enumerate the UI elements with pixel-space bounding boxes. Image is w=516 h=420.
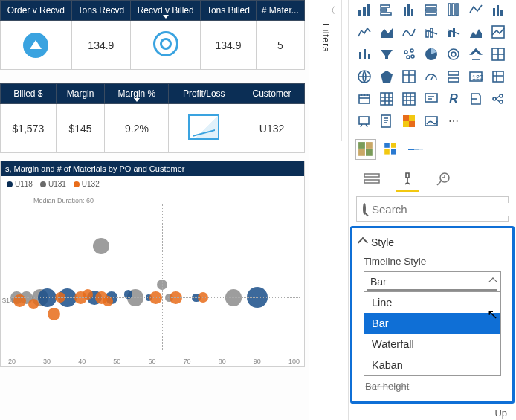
viz-powerapps-icon[interactable] <box>355 112 374 131</box>
data-point[interactable] <box>13 294 26 307</box>
timeline-style-dropdown[interactable]: Bar <box>364 271 501 292</box>
viz-decomposition-icon[interactable] <box>399 89 419 109</box>
dropdown-option-kaban[interactable]: Kaban <box>364 355 500 375</box>
viz-waterfall-icon[interactable] <box>444 22 463 42</box>
median-label: Median Duration: 60 <box>33 197 94 204</box>
table-row[interactable]: 134.9 134.9 5 <box>1 21 305 70</box>
viz-card-icon[interactable] <box>422 45 441 64</box>
viz-scatter-icon[interactable] <box>466 22 486 42</box>
dropdown-option-waterfall[interactable]: Waterfall <box>364 334 500 355</box>
svg-rect-44 <box>425 94 437 102</box>
viz-arcgis-icon[interactable] <box>488 89 508 109</box>
viz-treemap-icon[interactable] <box>488 45 508 64</box>
col-tons-billed[interactable]: Tons Billed <box>201 1 256 21</box>
viz-smart-narrative-icon[interactable] <box>377 112 396 131</box>
col-profit-loss[interactable]: Profit/Loss <box>169 84 239 104</box>
svg-rect-9 <box>425 5 436 7</box>
svg-point-45 <box>493 97 496 100</box>
viz-line-chart-icon[interactable] <box>488 0 508 19</box>
dropdown-option-bar[interactable]: Bar <box>364 313 500 334</box>
viz-python-icon[interactable] <box>355 89 374 109</box>
data-point[interactable] <box>28 299 39 309</box>
viz-qna-icon[interactable] <box>422 89 441 109</box>
data-point[interactable] <box>93 238 109 254</box>
viz-stacked-bar-icon[interactable] <box>355 0 374 19</box>
svg-point-31 <box>448 49 459 59</box>
viz-100-stacked-column-icon[interactable] <box>444 0 463 19</box>
svg-rect-51 <box>409 115 415 121</box>
format-search[interactable] <box>356 196 509 222</box>
up-link[interactable]: Up <box>494 407 507 419</box>
svg-rect-18 <box>426 31 428 37</box>
viz-stacked-column-icon[interactable] <box>399 0 419 19</box>
style-section-header[interactable]: Style <box>359 236 507 248</box>
kpi-table-2[interactable]: Billed $ Margin Margin % Profit/Loss Cus… <box>0 83 305 153</box>
svg-rect-14 <box>456 4 458 16</box>
legend-item[interactable]: U118 <box>7 180 33 188</box>
cell-tons-recvd: 134.9 <box>71 21 130 70</box>
svg-rect-43 <box>403 93 415 105</box>
viz-clustered-bar-icon[interactable] <box>377 0 396 19</box>
viz-line-stacked-column-icon[interactable] <box>399 22 419 42</box>
custom-visual-icon[interactable] <box>356 140 375 159</box>
svg-rect-55 <box>358 142 365 149</box>
footer-link[interactable]: Up <box>348 407 513 419</box>
viz-more-icon[interactable]: ⋯ <box>444 112 463 131</box>
col-num-materials[interactable]: # Mater... <box>256 1 304 21</box>
legend-item[interactable]: U131 <box>40 180 66 188</box>
viz-matrix-icon[interactable] <box>488 67 508 86</box>
filters-pane-collapsed[interactable]: 〈 Filters <box>320 0 342 141</box>
search-input[interactable] <box>372 203 513 216</box>
x-tick: 90 <box>254 358 261 365</box>
col-tons-recvd[interactable]: Tons Recvd <box>71 1 130 21</box>
table-row[interactable]: $1,573 $145 9.2% U132 <box>1 104 305 153</box>
viz-table-icon[interactable]: 123 <box>466 67 486 86</box>
data-point[interactable] <box>48 308 60 320</box>
scatter-chart-visual[interactable]: s, Margin and # of Materials by PO and C… <box>0 161 305 367</box>
viz-shape-map-icon[interactable] <box>399 67 419 86</box>
col-billed[interactable]: Billed $ <box>1 84 57 104</box>
viz-pie-icon[interactable] <box>488 22 508 42</box>
svg-rect-11 <box>425 13 436 15</box>
viz-donut-icon[interactable] <box>355 45 374 64</box>
viz-azure-map-icon[interactable] <box>422 67 441 86</box>
legend-item[interactable]: U132 <box>74 180 100 188</box>
col-margin-pct[interactable]: Margin % <box>105 84 169 104</box>
expand-filters-icon[interactable]: 〈 <box>320 4 341 17</box>
svg-rect-3 <box>381 5 390 7</box>
viz-multirow-card-icon[interactable] <box>444 45 463 64</box>
viz-r-script-icon[interactable]: R <box>444 89 463 109</box>
custom-visual-icon[interactable] <box>381 140 401 159</box>
kpi-table-1[interactable]: Order v Recvd Tons Recvd Recvd v Billed … <box>0 0 305 70</box>
col-margin[interactable]: Margin <box>56 84 105 104</box>
svg-point-47 <box>500 100 503 103</box>
viz-stacked-area-icon[interactable] <box>377 22 396 42</box>
svg-rect-6 <box>404 7 406 16</box>
col-order-v-recvd[interactable]: Order v Recvd <box>1 1 72 21</box>
fields-tab-icon[interactable] <box>362 171 381 187</box>
viz-funnel-icon[interactable] <box>377 45 396 64</box>
custom-visual-icon[interactable] <box>407 140 426 159</box>
viz-filled-map-icon[interactable] <box>377 67 396 86</box>
viz-line-clustered-column-icon[interactable] <box>422 22 441 42</box>
viz-area-icon[interactable] <box>355 22 374 42</box>
analytics-tab-icon[interactable] <box>433 171 453 187</box>
viz-paginated-icon[interactable] <box>466 89 486 109</box>
viz-key-influencers-icon[interactable] <box>377 89 396 109</box>
viz-map-icon[interactable] <box>355 67 374 86</box>
viz-custom-orange-icon[interactable] <box>399 112 419 131</box>
viz-gauge-icon[interactable] <box>399 45 419 64</box>
col-customer[interactable]: Customer <box>239 84 305 104</box>
viz-kpi-icon[interactable] <box>466 45 486 64</box>
format-tab-icon[interactable] <box>398 171 417 187</box>
custom-visual-row <box>349 135 516 164</box>
viz-slicer-icon[interactable] <box>444 67 463 86</box>
viz-image-icon[interactable] <box>422 112 441 131</box>
viz-100-stacked-bar-icon[interactable] <box>422 0 441 19</box>
search-icon <box>363 203 366 215</box>
viz-ribbon-icon[interactable] <box>466 0 486 19</box>
dropdown-option-line[interactable]: Line <box>364 292 500 313</box>
svg-rect-16 <box>497 5 499 16</box>
x-tick: 70 <box>184 358 191 365</box>
col-recvd-v-billed[interactable]: Recvd v Billed <box>131 1 201 21</box>
